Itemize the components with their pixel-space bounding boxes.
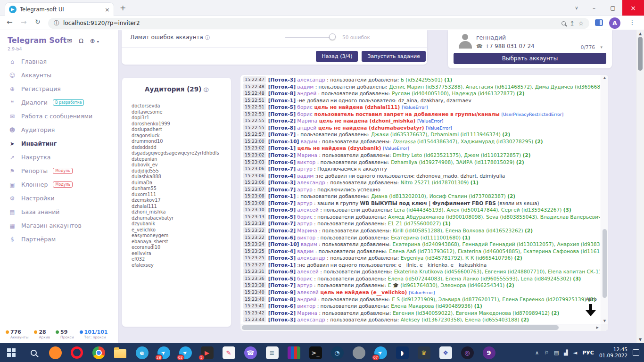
sidebar-item-dialogi[interactable]: ❝ДиалогиВ разработке <box>0 96 118 109</box>
horizontal-scrollbar-thumb[interactable] <box>242 325 559 330</box>
log-segment: (2) <box>507 193 515 199</box>
log-timestamp: 15:23:06 <box>243 165 266 172</box>
sidebar-item-auditoriya[interactable]: ☻Аудитория <box>0 123 118 137</box>
page-scrollbar[interactable]: ▲ ▼ <box>636 30 644 343</box>
tray-expand-icon[interactable]: ∧ <box>535 350 539 356</box>
scroll-up-icon[interactable]: ▲ <box>636 32 644 36</box>
log-segment: Елена Макарова (id490489936) <box>391 303 474 309</box>
taskbar-orb-app[interactable]: ◎ <box>456 343 478 362</box>
profile-avatar[interactable]: A <box>609 17 620 29</box>
log-vertical-scrollbar[interactable]: ▲ ▼ <box>601 75 608 324</box>
taskbar-chrome[interactable] <box>88 343 109 362</box>
tray-network-icon[interactable]: ▟ <box>564 350 568 356</box>
taskbar-globe-app[interactable]: ◔ <box>326 343 348 362</box>
sidebar-menu: ⌂Главная☺Аккаунты⊕Регистрация❝ДиалогиВ р… <box>0 55 118 246</box>
globe-icon[interactable]: ⊕ <box>90 37 95 44</box>
back-step-button[interactable]: Назад (3/4) <box>316 51 358 62</box>
sidebar-item-glavnaya[interactable]: ⌂Главная <box>0 55 118 68</box>
taskbar-terminal[interactable]: >_ <box>305 343 326 362</box>
site-info-icon[interactable]: ⓘ <box>54 19 59 27</box>
page-scrollbar-thumb[interactable] <box>638 37 643 71</box>
minimize-button[interactable]: – <box>585 0 603 16</box>
back-icon[interactable]: ← <box>7 18 13 26</box>
tab-close-icon[interactable]: × <box>105 6 110 13</box>
log-segment: андрей <box>296 90 316 96</box>
sidebar-item-rabota-s-soobshcheniyami[interactable]: ✉Работа с сообщениями <box>0 109 118 123</box>
taskbar-winrar[interactable] <box>283 343 305 362</box>
sidebar-item-partneram[interactable]: $Партнёрам <box>0 232 118 246</box>
slider-track[interactable] <box>285 37 335 38</box>
sidebar-item-magazin-akkauntov[interactable]: ▦Магазин аккаунтов <box>0 219 118 232</box>
taskbar-clock[interactable]: 12:45 01.09.2022 <box>599 346 627 359</box>
browser-menu-icon[interactable]: ⋮ <box>629 18 636 26</box>
bell-icon[interactable]: Ω <box>79 37 83 44</box>
auditoriya-icon: ☻ <box>8 127 16 133</box>
side-panel-icon[interactable] <box>595 19 603 26</box>
taskbar-security-app[interactable]: ❖ <box>435 343 456 362</box>
taskbar-file-explorer[interactable] <box>109 343 131 362</box>
start-task-button[interactable]: Запустить задание <box>362 51 426 62</box>
refresh-icon[interactable]: ↻ <box>35 18 41 25</box>
log-segment: [Поток-7] <box>268 132 296 137</box>
taskbar-search[interactable] <box>23 343 44 362</box>
taskbar-game-app[interactable]: ♛ <box>413 343 435 362</box>
scroll-down-icon[interactable]: ▼ <box>636 337 644 342</box>
scroll-up-icon[interactable]: ▲ <box>601 76 608 80</box>
scroll-right-icon[interactable]: ▶ <box>596 326 599 329</box>
chevron-down-icon[interactable]: ▾ <box>97 40 99 44</box>
sidebar-item-nakrutka[interactable]: ↗Накрутка <box>0 150 118 164</box>
taskbar-viber[interactable]: ☎ <box>239 343 261 362</box>
share-icon[interactable]: ↥ <box>570 20 574 27</box>
taskbar-steam[interactable] <box>348 343 370 362</box>
zoom-icon[interactable] <box>561 21 566 25</box>
log-horizontal-scrollbar[interactable]: ▶ <box>240 324 601 331</box>
taskbar-sail-app[interactable]: ◗ <box>391 343 413 362</box>
taskbar-nine-app[interactable]: 9 <box>478 343 500 362</box>
log-segment: александр <box>296 77 325 82</box>
tray-volume-icon[interactable]: ◄ <box>573 350 577 356</box>
sidebar-item-akkaunty[interactable]: ☺Аккаунты <box>0 68 118 82</box>
select-accounts-button[interactable]: Выбрать аккаунты <box>454 53 606 64</box>
taskbar-media-app[interactable]: ▶5 <box>196 343 218 362</box>
vertical-scrollbar-thumb[interactable] <box>603 229 607 298</box>
counter-caret-icon[interactable]: ▾ <box>600 45 603 49</box>
new-tab-button[interactable]: + <box>120 3 126 12</box>
sidebar-item-invayting[interactable]: ➤Инвайтинг <box>0 137 118 150</box>
start-button[interactable] <box>0 343 23 362</box>
browser-tab[interactable]: Telegram-soft UI × <box>5 2 114 16</box>
log-segment: : пользователи добавлены: <box>325 180 401 185</box>
taskbar-telegram-3[interactable]: ➤07 <box>370 343 391 362</box>
forward-icon[interactable]: → <box>21 18 27 26</box>
maximize-button[interactable]: ▢ <box>603 0 622 16</box>
log-timestamp: 15:23:25 <box>243 248 266 254</box>
log-segment: [Поток-4] <box>268 84 296 90</box>
taskbar-paint[interactable]: ✎ <box>218 343 239 362</box>
taskbar-firefox[interactable] <box>44 343 66 362</box>
close-button[interactable]: × <box>622 0 644 16</box>
bookmark-star-icon[interactable]: ☆ <box>578 20 584 27</box>
sidebar-item-baza-znaniy[interactable]: ▤База знаний <box>0 205 118 219</box>
tray-flag-icon[interactable]: ⚐ <box>544 350 549 356</box>
scroll-to-bottom-icon[interactable] <box>586 304 596 317</box>
audience-username: doitawesome <box>132 109 228 115</box>
tray-display-icon[interactable]: ▤ <box>554 350 559 356</box>
error-limit-slider[interactable] <box>285 33 335 41</box>
sidebar-item-nastroyki[interactable]: ⚙Настройки <box>0 191 118 205</box>
scroll-down-icon[interactable]: ▼ <box>601 319 608 323</box>
sidebar-item-registraciya[interactable]: ⊕Регистрация <box>0 82 118 96</box>
taskbar-telegram-2[interactable]: ➤02 <box>174 343 196 362</box>
taskbar-internet-explorer[interactable]: e <box>131 343 153 362</box>
taskbar-telegram-1[interactable]: ➤28 <box>153 343 174 362</box>
taskbar-opera[interactable] <box>66 343 88 362</box>
language-indicator[interactable]: РУС <box>582 350 594 356</box>
address-bar[interactable]: ⓘ localhost:9120/?p=inviter2 ↥ ☆ <box>48 18 589 29</box>
slider-handle[interactable] <box>329 33 336 40</box>
sidebar-item-reporty[interactable]: ⚑РепортыМодуль <box>0 164 118 178</box>
log-segment: Джаки (id635376637), Dzhamiami (id111394… <box>371 132 502 137</box>
window-chevron-icon[interactable]: ∨ <box>569 0 585 16</box>
mail-icon[interactable]: ✉ <box>67 37 72 44</box>
stat-value-row: 101/101 <box>80 329 108 335</box>
taskbar-notepad[interactable]: ≡ <box>261 343 283 362</box>
action-center-icon[interactable] <box>633 349 639 356</box>
sidebar-item-klonner[interactable]: ▣КлоннерМодуль <box>0 178 118 191</box>
